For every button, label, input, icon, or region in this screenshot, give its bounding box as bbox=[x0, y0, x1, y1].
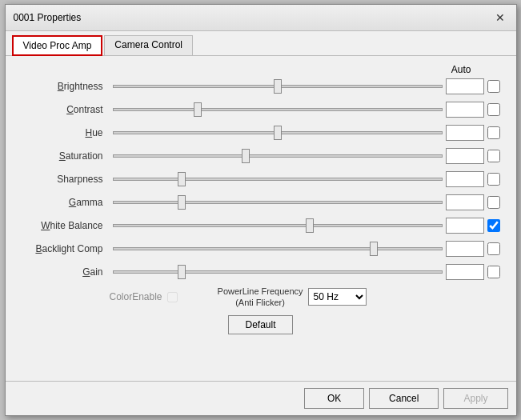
sharpness-value[interactable]: 1 bbox=[446, 171, 484, 187]
brightness-row: Brightness 0 bbox=[22, 77, 500, 96]
saturation-label: Saturation bbox=[22, 150, 110, 162]
color-enable-label: ColorEnable bbox=[110, 291, 162, 302]
gamma-slider-container bbox=[110, 201, 446, 204]
contrast-label: Contrast bbox=[22, 104, 110, 115]
white-balance-value[interactable]: 4600 bbox=[446, 218, 484, 234]
tab-camera-control[interactable]: Camera Control bbox=[104, 35, 193, 56]
ok-button[interactable]: OK bbox=[304, 388, 364, 409]
dialog: 0001 Properties ✕ Video Proc Amp Camera … bbox=[5, 4, 517, 416]
sharpness-slider[interactable] bbox=[113, 178, 443, 181]
hue-slider[interactable] bbox=[113, 131, 443, 134]
hue-value[interactable]: 0 bbox=[446, 125, 484, 141]
dialog-title: 0001 Properties bbox=[14, 12, 82, 23]
gain-value[interactable]: 1 bbox=[446, 264, 484, 280]
gamma-value[interactable]: 100 bbox=[446, 194, 484, 210]
title-bar: 0001 Properties ✕ bbox=[6, 5, 516, 31]
tab-video-proc-amp[interactable]: Video Proc Amp bbox=[12, 35, 103, 56]
hue-label: Hue bbox=[22, 127, 110, 138]
saturation-slider-container bbox=[110, 154, 446, 158]
saturation-auto-checkbox[interactable] bbox=[487, 150, 500, 162]
auto-header: Auto bbox=[22, 64, 500, 75]
content-area: Auto Brightness 0 Contrast 0 Hue bbox=[6, 56, 516, 381]
saturation-slider[interactable] bbox=[113, 154, 443, 158]
gain-auto-checkbox[interactable] bbox=[487, 266, 500, 278]
sharpness-label: Sharpness bbox=[22, 174, 110, 185]
brightness-label: Brightness bbox=[22, 81, 110, 92]
apply-button[interactable]: Apply bbox=[443, 388, 507, 409]
cancel-button[interactable]: Cancel bbox=[369, 388, 439, 409]
contrast-value[interactable]: 0 bbox=[446, 102, 484, 118]
powerline-select[interactable]: 50 Hz 60 Hz Disabled bbox=[308, 288, 367, 306]
white-balance-row: White Balance 4600 bbox=[22, 216, 500, 235]
white-balance-auto-checkbox[interactable] bbox=[487, 219, 500, 232]
default-button[interactable]: Default bbox=[228, 315, 292, 334]
extras-row: ColorEnable PowerLine Frequency(Anti Fli… bbox=[22, 286, 500, 309]
gamma-auto-checkbox[interactable] bbox=[487, 196, 500, 209]
backlight-comp-slider-container bbox=[110, 247, 446, 250]
saturation-value[interactable]: 64 bbox=[446, 148, 484, 164]
gain-slider[interactable] bbox=[113, 270, 443, 274]
powerline-label: PowerLine Frequency(Anti Flicker) bbox=[218, 286, 303, 309]
white-balance-slider[interactable] bbox=[113, 224, 443, 227]
hue-auto-checkbox[interactable] bbox=[487, 126, 500, 139]
sharpness-auto-checkbox[interactable] bbox=[487, 173, 500, 186]
white-balance-label: White Balance bbox=[22, 220, 110, 231]
contrast-row: Contrast 0 bbox=[22, 100, 500, 119]
backlight-comp-value[interactable]: 3 bbox=[446, 241, 484, 257]
hue-slider-container bbox=[110, 131, 446, 134]
contrast-slider[interactable] bbox=[113, 108, 443, 111]
gain-label: Gain bbox=[22, 266, 110, 278]
brightness-value[interactable]: 0 bbox=[446, 78, 484, 94]
tabs-container: Video Proc Amp Camera Control bbox=[6, 31, 516, 56]
brightness-slider[interactable] bbox=[113, 85, 443, 88]
gamma-row: Gamma 100 bbox=[22, 193, 500, 212]
hue-row: Hue 0 bbox=[22, 123, 500, 142]
gamma-slider[interactable] bbox=[113, 201, 443, 204]
backlight-comp-auto-checkbox[interactable] bbox=[487, 242, 500, 255]
footer: OK Cancel Apply bbox=[6, 381, 516, 415]
contrast-auto-checkbox[interactable] bbox=[487, 103, 500, 116]
close-button[interactable]: ✕ bbox=[492, 10, 508, 26]
sharpness-row: Sharpness 1 bbox=[22, 170, 500, 189]
gain-row: Gain 1 bbox=[22, 262, 500, 282]
backlight-comp-slider[interactable] bbox=[113, 247, 443, 250]
white-balance-slider-container bbox=[110, 224, 446, 227]
default-row: Default bbox=[22, 315, 500, 334]
saturation-row: Saturation 64 bbox=[22, 146, 500, 166]
gain-slider-container bbox=[110, 270, 446, 274]
color-enable-checkbox[interactable] bbox=[167, 292, 178, 302]
contrast-slider-container bbox=[110, 108, 446, 111]
backlight-comp-label: Backlight Comp bbox=[22, 243, 110, 254]
brightness-auto-checkbox[interactable] bbox=[487, 80, 500, 93]
backlight-comp-row: Backlight Comp 3 bbox=[22, 239, 500, 258]
gamma-label: Gamma bbox=[22, 197, 110, 208]
sharpness-slider-container bbox=[110, 178, 446, 181]
brightness-slider-container bbox=[110, 85, 446, 88]
auto-label: Auto bbox=[451, 64, 471, 75]
